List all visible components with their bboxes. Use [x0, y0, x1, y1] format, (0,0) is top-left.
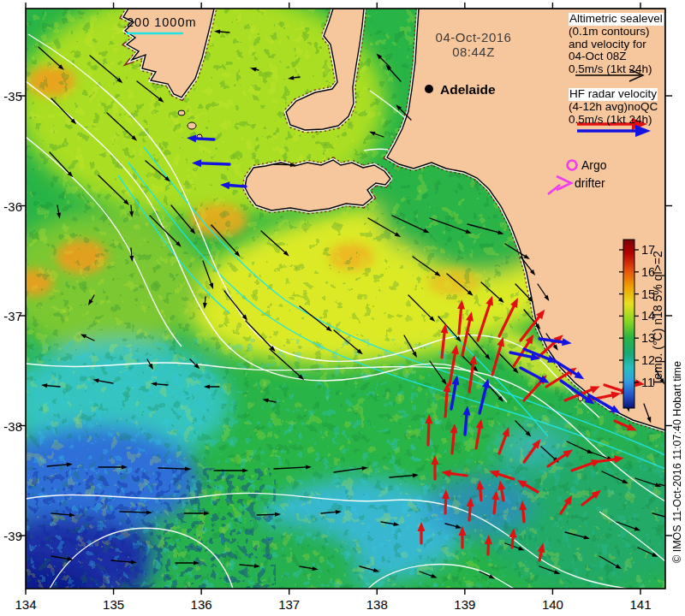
y-tick-label: -38 — [0, 418, 22, 433]
datetime-label: 04-Oct-2016 08:44Z — [405, 30, 542, 59]
drifter-legend-label: drifter — [575, 176, 605, 190]
x-tick-label: 138 — [366, 597, 388, 612]
date-text: 04-Oct-2016 — [405, 30, 542, 44]
y-tick-label: -39 — [0, 529, 22, 543]
colorbar-tick-label: 16 — [641, 265, 655, 279]
x-tick-label: 137 — [278, 597, 300, 612]
legend-line: 04-Oct 08Z — [569, 50, 664, 63]
colorbar-tick-label: 15 — [641, 287, 655, 301]
legend-line: and velocity for — [569, 38, 664, 51]
time-text: 08:44Z — [405, 44, 542, 59]
x-tick-label: 134 — [15, 597, 36, 612]
x-tick-label: 139 — [454, 597, 475, 612]
colorbar-gradient — [623, 240, 634, 408]
isobath-scale-label: 200 1000m — [127, 15, 197, 29]
x-tick-label: 136 — [191, 597, 212, 612]
copyright-watermark: © IMOS 11-Oct-2016 11:07:40 Hobart time — [671, 361, 683, 563]
colorbar-tick-label: 13 — [641, 331, 655, 345]
y-tick-label: -35 — [0, 89, 22, 104]
argo-legend-label: Argo — [581, 158, 607, 172]
hf-radar-legend-text: HF radar velocity(4-12h avg)noQC0.5m/s (… — [569, 86, 658, 126]
adelaide-city-dot — [425, 85, 433, 93]
adelaide-city-label: Adelaide — [440, 82, 496, 98]
x-tick-label: 141 — [629, 597, 651, 612]
colorbar-tick-label: 11 — [641, 376, 654, 389]
legend-line: (4-12h avg)noQC — [569, 101, 658, 114]
y-tick-label: -37 — [0, 309, 22, 323]
legend-line: HF radar velocity — [569, 88, 658, 101]
y-tick-label: -36 — [0, 198, 22, 213]
colorbar-tick-label: 12 — [641, 353, 655, 367]
sst-map-figure: 200 1000m 04-Oct-2016 08:44Z Adelaide Al… — [0, 0, 685, 616]
legend-line: 0.5m/s (1kt 24h) — [569, 114, 658, 127]
colorbar-tick-label: 14 — [641, 309, 655, 323]
altimetry-legend-text: Altimetric sealevel(0.1m contours)and ve… — [569, 10, 664, 75]
legend-line: 0.5m/s (1kt 24h) — [569, 63, 664, 76]
x-tick-label: 140 — [542, 597, 563, 612]
legend-line: (0.1m contours) — [569, 26, 664, 38]
legend-line: Altimetric sealevel — [569, 13, 664, 26]
x-tick-label: 135 — [103, 597, 124, 612]
colorbar-tick-label: 17 — [641, 243, 655, 257]
